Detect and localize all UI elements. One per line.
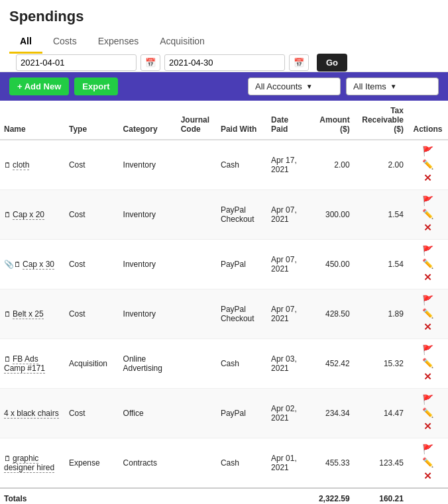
- cell-tax-receivable: 1.54: [354, 190, 408, 240]
- items-dropdown-label: All Items: [353, 81, 386, 91]
- delete-icon[interactable]: ✕: [423, 371, 432, 383]
- table-row: 📎🗒Cap x 30CostInventoryPayPalApr 07, 202…: [0, 240, 448, 289]
- cell-category: Inventory: [119, 140, 177, 190]
- cell-journal-code: [177, 190, 217, 240]
- cell-type: Cost: [65, 190, 119, 240]
- delete-icon[interactable]: ✕: [423, 470, 432, 482]
- cell-paid-with: PayPal Checkout: [217, 289, 267, 339]
- flag-icon[interactable]: 🚩: [422, 394, 433, 405]
- flag-icon[interactable]: 🚩: [422, 146, 433, 156]
- cell-paid-with: Cash: [217, 339, 267, 389]
- delete-icon[interactable]: ✕: [423, 272, 432, 283]
- edit-icon[interactable]: ✏️: [422, 308, 433, 319]
- cell-journal-code: [177, 438, 217, 489]
- cell-date-paid: Apr 07, 2021: [267, 289, 307, 339]
- items-dropdown-arrow: ▼: [390, 83, 397, 90]
- delete-icon[interactable]: ✕: [423, 222, 432, 234]
- flag-icon[interactable]: 🚩: [422, 295, 433, 305]
- item-name-text: 4 x black chairs: [4, 409, 59, 419]
- table-header-row: Name Type Category Journal Code Paid Wit…: [0, 101, 448, 140]
- cell-amount: 452.42: [307, 339, 354, 389]
- attachment-icon: 🗒: [4, 454, 11, 462]
- tab-expenses[interactable]: Expenses: [87, 30, 149, 54]
- attachment-icon: 🗒: [4, 355, 11, 363]
- flag-icon[interactable]: 🚩: [422, 195, 433, 206]
- attachment-icon: 🗒: [14, 260, 21, 268]
- cell-date-paid: Apr 01, 2021: [267, 438, 307, 489]
- go-button[interactable]: Go: [317, 54, 347, 72]
- delete-icon[interactable]: ✕: [423, 421, 432, 432]
- table-row: 🗒clothCostInventoryCashApr 17, 20212.002…: [0, 140, 448, 190]
- cell-type: Expense: [65, 438, 119, 489]
- cell-tax-receivable: 14.47: [354, 389, 408, 438]
- cell-date-paid: Apr 07, 2021: [267, 190, 307, 240]
- delete-icon[interactable]: ✕: [423, 321, 432, 333]
- toolbar: + Add New Export All Accounts ▼ All Item…: [0, 72, 448, 101]
- cell-amount: 300.00: [307, 190, 354, 240]
- tab-costs[interactable]: Costs: [42, 30, 87, 54]
- cell-date-paid: Apr 03, 2021: [267, 339, 307, 389]
- table-wrap: Name Type Category Journal Code Paid Wit…: [0, 101, 448, 504]
- cell-journal-code: [177, 140, 217, 190]
- tabs-bar: All Costs Expenses Acquisition 📅 📅 Go: [0, 30, 448, 72]
- edit-icon[interactable]: ✏️: [422, 258, 433, 269]
- cell-amount: 2.00: [307, 140, 354, 190]
- table-row: 🗒graphic designer hiredExpenseContractsC…: [0, 438, 448, 489]
- cell-actions: 🚩 ✏️ ✕: [408, 438, 448, 489]
- cell-actions: 🚩 ✏️ ✕: [408, 289, 448, 339]
- calendar-to-button[interactable]: 📅: [289, 54, 309, 71]
- cell-category: Online Advertising: [119, 339, 177, 389]
- header-category: Category: [119, 101, 177, 140]
- totals-amount: 2,322.59: [307, 488, 354, 504]
- cell-actions: 🚩 ✏️ ✕: [408, 190, 448, 240]
- header-journal-code: Journal Code: [177, 101, 217, 140]
- tab-all[interactable]: All: [9, 30, 42, 54]
- spendings-table: Name Type Category Journal Code Paid Wit…: [0, 101, 448, 504]
- header-type: Type: [65, 101, 119, 140]
- header-amount: Amount ($): [307, 101, 354, 140]
- cell-category: Inventory: [119, 240, 177, 289]
- flag-icon[interactable]: 🚩: [422, 245, 433, 256]
- cell-tax-receivable: 123.45: [354, 438, 408, 489]
- edit-icon[interactable]: ✏️: [422, 209, 433, 219]
- flag-icon[interactable]: 🚩: [422, 344, 433, 355]
- edit-icon[interactable]: ✏️: [422, 159, 433, 170]
- cell-paid-with: PayPal: [217, 389, 267, 438]
- cell-tax-receivable: 1.54: [354, 240, 408, 289]
- date-from-input[interactable]: [16, 54, 137, 71]
- cell-paid-with: Cash: [217, 140, 267, 190]
- cell-tax-receivable: 15.32: [354, 339, 408, 389]
- table-row: 4 x black chairsCostOfficePayPalApr 02, …: [0, 389, 448, 438]
- add-new-button[interactable]: + Add New: [9, 77, 69, 95]
- cell-amount: 450.00: [307, 240, 354, 289]
- flag-icon[interactable]: 🚩: [422, 444, 433, 454]
- item-name-text: graphic designer hired: [4, 454, 54, 473]
- delete-icon[interactable]: ✕: [423, 172, 432, 184]
- item-name-text: Belt x 25: [13, 309, 44, 319]
- cell-date-paid: Apr 07, 2021: [267, 240, 307, 289]
- cell-journal-code: [177, 289, 217, 339]
- cell-paid-with: PayPal: [217, 240, 267, 289]
- items-dropdown[interactable]: All Items ▼: [346, 77, 439, 95]
- cell-actions: 🚩 ✏️ ✕: [408, 389, 448, 438]
- table-row: 🗒FB Ads Camp #171AcquisitionOnline Adver…: [0, 339, 448, 389]
- header-date-paid: Date Paid: [267, 101, 307, 140]
- cell-type: Cost: [65, 240, 119, 289]
- attachment-icon: 🗒: [4, 161, 11, 169]
- accounts-dropdown-label: All Accounts: [255, 81, 302, 91]
- export-button[interactable]: Export: [74, 77, 117, 95]
- edit-icon[interactable]: ✏️: [422, 457, 433, 468]
- totals-row: Totals 2,322.59 160.21: [0, 488, 448, 504]
- totals-tax: 160.21: [354, 488, 408, 504]
- edit-icon[interactable]: ✏️: [422, 407, 433, 418]
- date-to-input[interactable]: [164, 54, 285, 71]
- edit-icon[interactable]: ✏️: [422, 358, 433, 368]
- date-range: 📅 📅 Go: [16, 54, 347, 72]
- calendar-from-button[interactable]: 📅: [140, 54, 160, 71]
- totals-label: Totals: [0, 488, 307, 504]
- cell-category: Contracts: [119, 438, 177, 489]
- accounts-dropdown[interactable]: All Accounts ▼: [248, 77, 341, 95]
- cell-name: 🗒FB Ads Camp #171: [0, 339, 65, 389]
- cell-journal-code: [177, 339, 217, 389]
- tab-acquisition[interactable]: Acquisition: [149, 30, 215, 54]
